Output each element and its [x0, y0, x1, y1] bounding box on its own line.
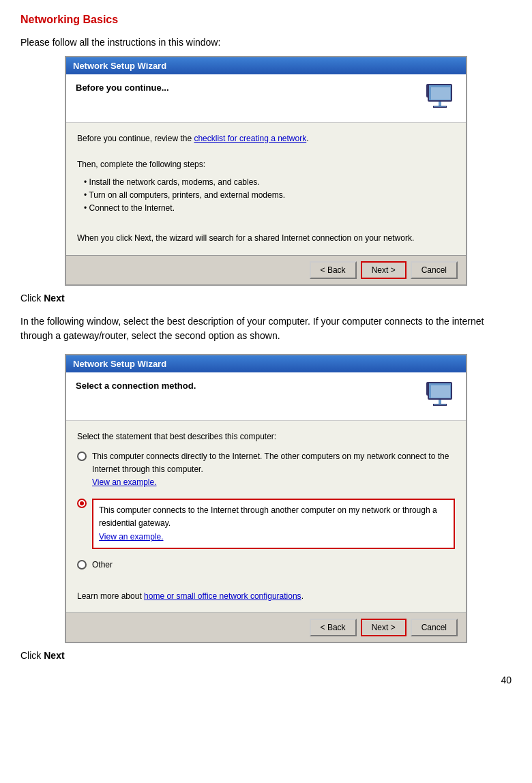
click-next-2: Click Next [20, 650, 512, 661]
radio-2[interactable] [77, 499, 87, 508]
page-title: Networking Basics [20, 14, 512, 26]
intro-text: Please follow all the instructions in th… [20, 37, 512, 48]
option-2-box: This computer connects to the Internet t… [92, 494, 455, 553]
wizard-2-cancel-button[interactable]: Cancel [411, 619, 458, 636]
option-1-link[interactable]: View an example. [92, 477, 157, 487]
wizard-window-2: Network Setup Wizard Select a connection… [65, 354, 467, 644]
wizard-1-step-intro: Then, complete the following steps: [77, 158, 455, 171]
radio-1[interactable] [77, 452, 87, 461]
option-3-row: Other [77, 559, 455, 572]
option-3-label: Other [92, 559, 455, 572]
wizard-1-back-button[interactable]: < Back [310, 261, 357, 279]
wizard-1-title: Network Setup Wizard [73, 61, 166, 71]
wizard-2-header: Select a connection method. [76, 381, 196, 391]
wizard-2-titlebar: Network Setup Wizard [66, 355, 466, 372]
wizard-1-header: Before you continue... [76, 83, 169, 93]
option-1-label: This computer connects directly to the I… [92, 450, 455, 490]
learn-more-link[interactable]: home or small office network configurati… [144, 591, 301, 601]
wizard-2-icon [424, 381, 456, 413]
wizard-1-icon [424, 83, 456, 115]
radio-3[interactable] [77, 560, 87, 570]
wizard-1-note: When you click Next, the wizard will sea… [77, 232, 455, 245]
option-2-link[interactable]: View an example. [99, 532, 164, 542]
bullet-3: Connect to the Internet. [84, 202, 455, 215]
page-number: 40 [20, 675, 512, 685]
wizard-window-1: Network Setup Wizard Before you continue… [65, 56, 467, 286]
option-2-row: This computer connects to the Internet t… [77, 494, 455, 553]
wizard-1-cancel-button[interactable]: Cancel [411, 261, 458, 279]
wizard-2-title: Network Setup Wizard [73, 359, 166, 369]
checklist-link[interactable]: checklist for creating a network [194, 134, 306, 143]
bullet-1: Install the network cards, modems, and c… [84, 176, 455, 189]
option-1-row: This computer connects directly to the I… [77, 450, 455, 490]
wizard-2-intro: Select the statement that best describes… [77, 430, 455, 443]
option-2-text: This computer connects to the Internet t… [99, 505, 437, 528]
click-next-1: Click Next [20, 293, 512, 304]
instruction-text: In the following window, select the best… [20, 314, 512, 343]
learn-more: Learn more about home or small office ne… [77, 590, 455, 603]
wizard-2-back-button[interactable]: < Back [310, 619, 357, 636]
wizard-1-titlebar: Network Setup Wizard [66, 57, 466, 74]
bullet-2: Turn on all computers, printers, and ext… [84, 189, 455, 202]
wizard-2-next-button[interactable]: Next > [361, 619, 407, 636]
wizard-1-content: Before you continue, review the checklis… [77, 132, 455, 246]
wizard-1-next-button[interactable]: Next > [361, 261, 407, 279]
